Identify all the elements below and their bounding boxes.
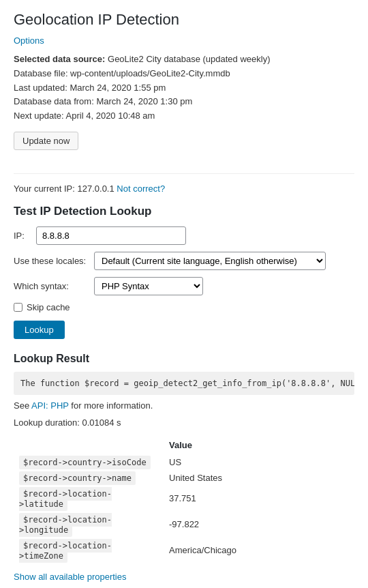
ip-row: IP: (14, 226, 354, 245)
table-row: $record->location->longitude -97.822 (14, 512, 354, 538)
skip-cache-label: Skip cache (27, 302, 70, 312)
see-api-suffix: for more information. (71, 400, 153, 411)
table-key-cell: $record->location->latitude (14, 486, 164, 512)
current-ip-number: 127.0.0.1 (77, 183, 114, 194)
ip-input[interactable] (36, 226, 186, 245)
skip-cache-checkbox[interactable] (14, 303, 22, 312)
locales-select[interactable]: Default (Current site language, English … (94, 252, 326, 270)
database-data-from: Database data from: March 24, 2020 1:30 … (14, 95, 354, 109)
update-now-button[interactable]: Update now (14, 132, 78, 150)
not-correct-link[interactable]: Not correct? (117, 183, 165, 194)
api-php-link[interactable]: API: PHP (31, 400, 69, 411)
table-row: $record->location->latitude 37.751 (14, 486, 354, 512)
result-table: Value $record->country->isoCode US $reco… (14, 437, 354, 563)
data-source-label: Selected data source: (14, 54, 105, 64)
next-update: Next update: April 4, 2020 10:48 am (14, 109, 354, 123)
table-row: $record->country->isoCode US (14, 454, 354, 470)
current-ip-block: Your current IP: 127.0.0.1 Not correct? (14, 183, 354, 194)
options-link[interactable]: Options (14, 35, 354, 46)
skip-cache-row: Skip cache (14, 302, 354, 312)
table-row: $record->country->name United States (14, 470, 354, 486)
last-updated: Last updated: March 24, 2020 1:55 pm (14, 81, 354, 95)
function-code: $record = geoip_detect2_get_info_from_ip… (85, 379, 354, 388)
table-key-cell: $record->location->timeZone (14, 538, 164, 563)
syntax-select[interactable]: PHP Syntax (94, 277, 203, 295)
database-file: Database file: wp-content/uploads/GeoLit… (14, 67, 354, 81)
lookup-button[interactable]: Lookup (14, 321, 65, 339)
divider-1 (14, 173, 354, 174)
see-api-prefix: See (14, 400, 29, 411)
table-value-header: Value (164, 437, 354, 454)
lookup-duration: Lookup duration: 0.01084 s (14, 417, 354, 428)
locales-row: Use these locales: Default (Current site… (14, 252, 354, 270)
current-ip-label: Your current IP: (14, 183, 75, 194)
table-value-cell: US (164, 454, 354, 470)
table-value-cell: 37.751 (164, 486, 354, 512)
test-section-title: Test IP Detection Lookup (14, 205, 354, 218)
table-value-cell: America/Chicago (164, 538, 354, 563)
function-prefix: The function (20, 379, 80, 388)
ip-label: IP: (14, 231, 31, 241)
table-key-cell: $record->country->isoCode (14, 454, 164, 470)
show-all-link[interactable]: Show all available properties (14, 572, 354, 582)
table-value-cell: United States (164, 470, 354, 486)
table-key-cell: $record->country->name (14, 470, 164, 486)
api-info: See API: PHP for more information. (14, 400, 354, 411)
function-code-block: The function $record = geoip_detect2_get… (14, 372, 354, 395)
data-source-value: GeoLite2 City database (updated weekly) (108, 54, 270, 64)
syntax-label: Which syntax: (14, 281, 89, 291)
syntax-row: Which syntax: PHP Syntax (14, 277, 354, 295)
result-title: Lookup Result (14, 353, 354, 365)
data-source-block: Selected data source: GeoLite2 City data… (14, 53, 354, 123)
table-value-cell: -97.822 (164, 512, 354, 538)
table-row: $record->location->timeZone America/Chic… (14, 538, 354, 563)
table-key-cell: $record->location->longitude (14, 512, 164, 538)
table-key-header (14, 437, 164, 454)
locales-label: Use these locales: (14, 256, 89, 266)
page-title: Geolocation IP Detection (14, 11, 354, 29)
